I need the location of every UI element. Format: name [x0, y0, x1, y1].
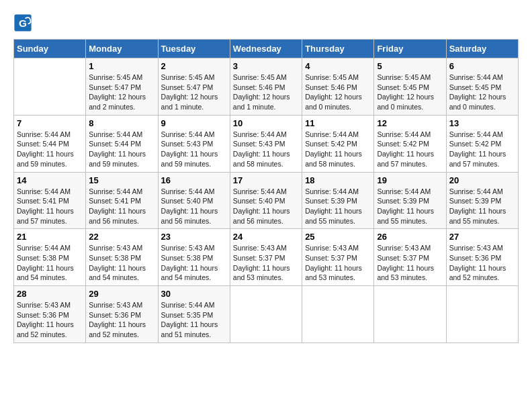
svg-text:G: G — [19, 17, 27, 29]
calendar-cell: 14Sunrise: 5:44 AM Sunset: 5:41 PM Dayli… — [14, 172, 86, 229]
day-info: Sunrise: 5:44 AM Sunset: 5:42 PM Dayligh… — [449, 130, 515, 169]
day-number: 14 — [17, 175, 83, 185]
day-info: Sunrise: 5:44 AM Sunset: 5:43 PM Dayligh… — [233, 130, 299, 169]
calendar-cell — [302, 286, 374, 343]
day-info: Sunrise: 5:44 AM Sunset: 5:44 PM Dayligh… — [89, 130, 154, 169]
calendar-cell: 7Sunrise: 5:44 AM Sunset: 5:44 PM Daylig… — [14, 115, 86, 172]
day-info: Sunrise: 5:44 AM Sunset: 5:41 PM Dayligh… — [17, 187, 83, 226]
calendar-cell — [374, 286, 446, 343]
day-number: 28 — [17, 289, 83, 299]
calendar-week-row: 21Sunrise: 5:44 AM Sunset: 5:38 PM Dayli… — [14, 229, 519, 286]
day-info: Sunrise: 5:44 AM Sunset: 5:40 PM Dayligh… — [161, 187, 227, 226]
day-number: 22 — [89, 232, 154, 242]
calendar-cell: 13Sunrise: 5:44 AM Sunset: 5:42 PM Dayli… — [446, 115, 518, 172]
day-number: 30 — [161, 289, 227, 299]
calendar-cell — [446, 286, 518, 343]
day-number: 17 — [233, 175, 299, 185]
day-number: 3 — [233, 61, 299, 71]
calendar-cell: 25Sunrise: 5:43 AM Sunset: 5:37 PM Dayli… — [302, 229, 374, 286]
day-number: 16 — [161, 175, 227, 185]
day-info: Sunrise: 5:43 AM Sunset: 5:38 PM Dayligh… — [89, 243, 154, 283]
day-number: 8 — [89, 118, 154, 128]
day-info: Sunrise: 5:44 AM Sunset: 5:42 PM Dayligh… — [377, 130, 443, 169]
calendar-cell: 21Sunrise: 5:44 AM Sunset: 5:38 PM Dayli… — [14, 229, 86, 286]
calendar-cell: 30Sunrise: 5:44 AM Sunset: 5:35 PM Dayli… — [158, 286, 230, 343]
day-number: 27 — [449, 232, 515, 242]
day-number: 23 — [161, 232, 227, 242]
day-info: Sunrise: 5:43 AM Sunset: 5:37 PM Dayligh… — [233, 243, 299, 283]
calendar-cell — [230, 286, 302, 343]
calendar-cell: 15Sunrise: 5:44 AM Sunset: 5:41 PM Dayli… — [86, 172, 158, 229]
day-number: 10 — [233, 118, 299, 128]
day-info: Sunrise: 5:45 AM Sunset: 5:47 PM Dayligh… — [89, 73, 154, 112]
day-number: 24 — [233, 232, 299, 242]
calendar-cell — [14, 58, 86, 116]
day-info: Sunrise: 5:44 AM Sunset: 5:41 PM Dayligh… — [89, 187, 154, 226]
day-info: Sunrise: 5:43 AM Sunset: 5:37 PM Dayligh… — [305, 243, 371, 283]
day-number: 25 — [305, 232, 371, 242]
calendar-cell: 12Sunrise: 5:44 AM Sunset: 5:42 PM Dayli… — [374, 115, 446, 172]
calendar-cell: 16Sunrise: 5:44 AM Sunset: 5:40 PM Dayli… — [158, 172, 230, 229]
calendar-cell: 11Sunrise: 5:44 AM Sunset: 5:42 PM Dayli… — [302, 115, 374, 172]
calendar-cell: 23Sunrise: 5:43 AM Sunset: 5:38 PM Dayli… — [158, 229, 230, 286]
header-thursday: Thursday — [302, 40, 374, 58]
logo-icon: G — [13, 13, 32, 32]
day-number: 29 — [89, 289, 154, 299]
header-friday: Friday — [374, 40, 446, 58]
day-info: Sunrise: 5:43 AM Sunset: 5:36 PM Dayligh… — [89, 300, 154, 340]
calendar-week-row: 7Sunrise: 5:44 AM Sunset: 5:44 PM Daylig… — [14, 115, 519, 172]
calendar-table: SundayMondayTuesdayWednesdayThursdayFrid… — [13, 39, 519, 343]
day-number: 2 — [161, 61, 227, 71]
day-info: Sunrise: 5:44 AM Sunset: 5:40 PM Dayligh… — [233, 187, 299, 226]
calendar-cell: 28Sunrise: 5:43 AM Sunset: 5:36 PM Dayli… — [14, 286, 86, 343]
day-info: Sunrise: 5:44 AM Sunset: 5:43 PM Dayligh… — [161, 130, 227, 169]
calendar-cell: 8Sunrise: 5:44 AM Sunset: 5:44 PM Daylig… — [86, 115, 158, 172]
calendar-cell: 6Sunrise: 5:44 AM Sunset: 5:45 PM Daylig… — [446, 58, 518, 116]
day-number: 13 — [449, 118, 515, 128]
day-number: 1 — [89, 61, 154, 71]
calendar-cell: 10Sunrise: 5:44 AM Sunset: 5:43 PM Dayli… — [230, 115, 302, 172]
day-info: Sunrise: 5:43 AM Sunset: 5:36 PM Dayligh… — [17, 300, 83, 340]
calendar-week-row: 14Sunrise: 5:44 AM Sunset: 5:41 PM Dayli… — [14, 172, 519, 229]
day-number: 12 — [377, 118, 443, 128]
day-number: 4 — [305, 61, 371, 71]
day-number: 21 — [17, 232, 83, 242]
calendar-week-row: 28Sunrise: 5:43 AM Sunset: 5:36 PM Dayli… — [14, 286, 519, 343]
calendar-cell: 19Sunrise: 5:44 AM Sunset: 5:39 PM Dayli… — [374, 172, 446, 229]
calendar-cell: 27Sunrise: 5:43 AM Sunset: 5:36 PM Dayli… — [446, 229, 518, 286]
day-info: Sunrise: 5:45 AM Sunset: 5:45 PM Dayligh… — [377, 73, 443, 112]
day-number: 15 — [89, 175, 154, 185]
calendar-cell: 22Sunrise: 5:43 AM Sunset: 5:38 PM Dayli… — [86, 229, 158, 286]
day-info: Sunrise: 5:44 AM Sunset: 5:39 PM Dayligh… — [305, 187, 371, 226]
day-number: 5 — [377, 61, 443, 71]
header-wednesday: Wednesday — [230, 40, 302, 58]
calendar-week-row: 1Sunrise: 5:45 AM Sunset: 5:47 PM Daylig… — [14, 58, 519, 116]
day-info: Sunrise: 5:43 AM Sunset: 5:36 PM Dayligh… — [449, 243, 515, 283]
calendar-cell: 29Sunrise: 5:43 AM Sunset: 5:36 PM Dayli… — [86, 286, 158, 343]
day-info: Sunrise: 5:44 AM Sunset: 5:39 PM Dayligh… — [377, 187, 443, 226]
day-info: Sunrise: 5:43 AM Sunset: 5:38 PM Dayligh… — [161, 243, 227, 283]
day-number: 19 — [377, 175, 443, 185]
header-sunday: Sunday — [14, 40, 86, 58]
day-info: Sunrise: 5:45 AM Sunset: 5:46 PM Dayligh… — [305, 73, 371, 112]
page-header: G — [13, 13, 519, 32]
calendar-cell: 24Sunrise: 5:43 AM Sunset: 5:37 PM Dayli… — [230, 229, 302, 286]
day-info: Sunrise: 5:44 AM Sunset: 5:45 PM Dayligh… — [449, 73, 515, 112]
day-info: Sunrise: 5:44 AM Sunset: 5:35 PM Dayligh… — [161, 300, 227, 340]
day-info: Sunrise: 5:45 AM Sunset: 5:47 PM Dayligh… — [161, 73, 227, 112]
calendar-cell: 18Sunrise: 5:44 AM Sunset: 5:39 PM Dayli… — [302, 172, 374, 229]
calendar-cell: 20Sunrise: 5:44 AM Sunset: 5:39 PM Dayli… — [446, 172, 518, 229]
day-number: 11 — [305, 118, 371, 128]
day-number: 18 — [305, 175, 371, 185]
calendar-cell: 3Sunrise: 5:45 AM Sunset: 5:46 PM Daylig… — [230, 58, 302, 116]
day-info: Sunrise: 5:44 AM Sunset: 5:44 PM Dayligh… — [17, 130, 83, 169]
calendar-cell: 5Sunrise: 5:45 AM Sunset: 5:45 PM Daylig… — [374, 58, 446, 116]
day-info: Sunrise: 5:43 AM Sunset: 5:37 PM Dayligh… — [377, 243, 443, 283]
calendar-header-row: SundayMondayTuesdayWednesdayThursdayFrid… — [14, 40, 519, 58]
day-number: 9 — [161, 118, 227, 128]
day-info: Sunrise: 5:44 AM Sunset: 5:42 PM Dayligh… — [305, 130, 371, 169]
calendar-cell: 26Sunrise: 5:43 AM Sunset: 5:37 PM Dayli… — [374, 229, 446, 286]
day-number: 6 — [449, 61, 515, 71]
day-number: 7 — [17, 118, 83, 128]
day-info: Sunrise: 5:45 AM Sunset: 5:46 PM Dayligh… — [233, 73, 299, 112]
